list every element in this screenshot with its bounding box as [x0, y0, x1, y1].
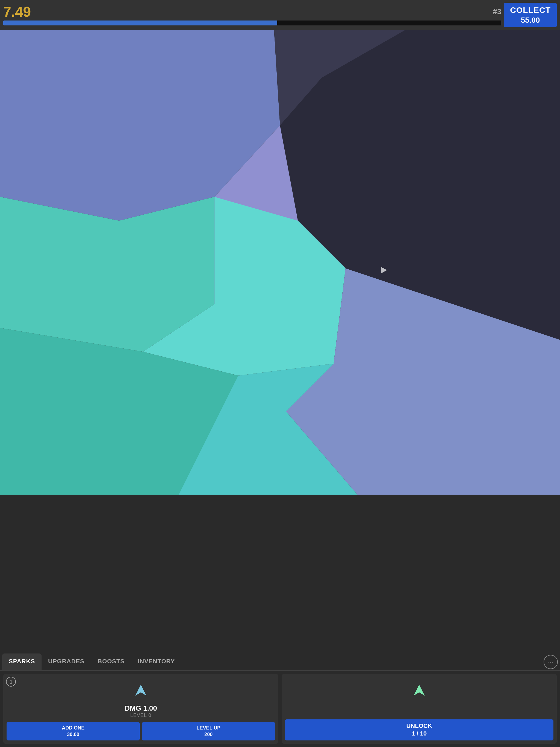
- tab-more-button[interactable]: ···: [543, 655, 558, 669]
- collect-label: COLLECT: [510, 5, 551, 15]
- add-one-button[interactable]: ADD ONE30.00: [6, 722, 140, 741]
- svg-marker-9: [135, 685, 146, 696]
- spark-icon-2: [410, 681, 429, 700]
- progress-bar-container: [3, 21, 501, 25]
- unlock-button[interactable]: UNLOCK1 / 10: [285, 719, 554, 741]
- game-cursor: [381, 267, 387, 274]
- progress-bar-fill: [3, 21, 277, 25]
- top-hud: 7.49 #3 COLLECT 55.00: [0, 0, 560, 30]
- collect-amount: 55.00: [521, 15, 540, 25]
- sparks-grid: 1 DMG 1.00 LEVEL 0 ADD ONE30.00 LEVEL UP…: [0, 671, 560, 747]
- spark-actions-2: UNLOCK1 / 10: [285, 719, 554, 741]
- score-rank-bar: 7.49 #3: [3, 5, 501, 25]
- more-dots-icon: ···: [548, 659, 554, 666]
- spark-card-1: 1 DMG 1.00 LEVEL 0 ADD ONE30.00 LEVEL UP…: [3, 674, 278, 744]
- spark-number-badge: 1: [6, 677, 16, 687]
- spark-icon-1: [131, 681, 150, 700]
- spark-name-1: DMG 1.00: [125, 704, 157, 713]
- level-up-button[interactable]: LEVEL UP200: [142, 722, 275, 741]
- bottom-panel: SPARKS UPGRADES BOOSTS INVENTORY ··· 1 D…: [0, 653, 560, 747]
- spark-level-1: LEVEL 0: [130, 713, 151, 718]
- score-value: 7.49: [3, 5, 31, 19]
- spark-card-2: UNLOCK1 / 10: [282, 674, 557, 744]
- collect-button[interactable]: COLLECT 55.00: [504, 3, 557, 27]
- game-background: [0, 30, 560, 495]
- tab-bar: SPARKS UPGRADES BOOSTS INVENTORY ···: [0, 653, 560, 671]
- svg-marker-10: [414, 685, 425, 696]
- score-row: 7.49 #3: [3, 5, 501, 19]
- rank-badge: #3: [493, 7, 501, 16]
- game-area[interactable]: [0, 30, 560, 653]
- spark-actions-1: ADD ONE30.00 LEVEL UP200: [6, 722, 275, 741]
- tab-inventory[interactable]: INVENTORY: [131, 653, 182, 670]
- tab-boosts[interactable]: BOOSTS: [91, 653, 131, 670]
- tab-upgrades[interactable]: UPGRADES: [42, 653, 91, 670]
- tab-sparks[interactable]: SPARKS: [2, 653, 42, 670]
